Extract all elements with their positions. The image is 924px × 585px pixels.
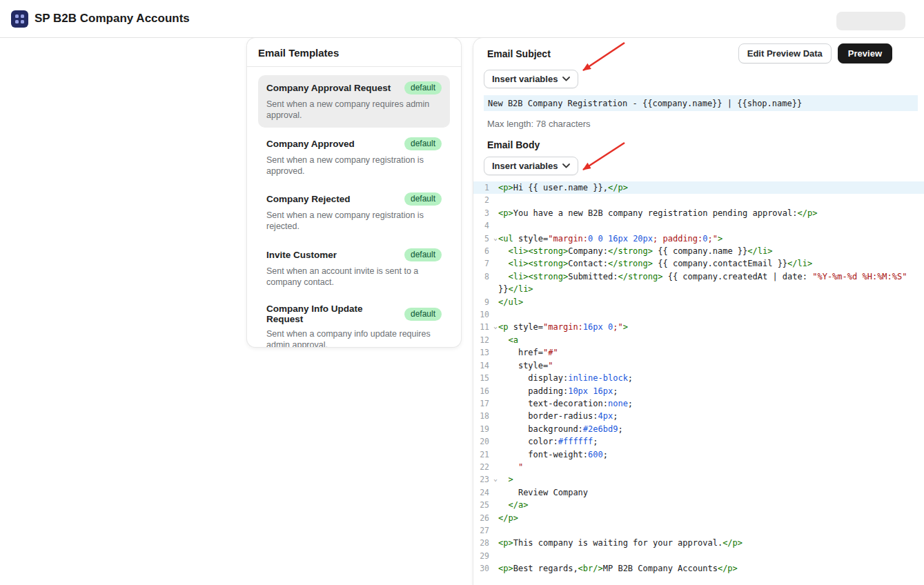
code-line[interactable]: 27 (473, 524, 924, 537)
code-line[interactable]: 13 href="#" (473, 346, 924, 359)
code-line[interactable]: 23⌄ > (473, 473, 924, 486)
app-logo-icon (11, 10, 28, 28)
fold-marker-icon[interactable]: ⌄ (493, 473, 498, 485)
code-line-text: <ul style="margin:0 0 16px 20px; padding… (498, 232, 924, 245)
line-number: 25 (473, 499, 498, 511)
app-header: SP B2B Company Accounts (0, 0, 924, 38)
code-line[interactable]: 7 <li><strong>Contact:</strong> {{ compa… (473, 257, 924, 270)
code-line[interactable]: 16 padding:10px 16px; (473, 385, 924, 397)
editor-actions: Edit Preview Data Preview (738, 43, 892, 63)
line-number: 21 (473, 448, 498, 461)
line-number: 30 (473, 562, 498, 575)
email-subject-label: Email Subject (487, 48, 551, 59)
code-line[interactable]: 20 color:#ffffff; (473, 435, 924, 448)
code-line[interactable]: 22 " (473, 461, 924, 473)
subject-value: New B2B Company Registration - {{company… (488, 99, 802, 108)
chevron-down-icon (562, 163, 570, 168)
line-number: 8 (473, 270, 498, 296)
template-name: Company Approved (266, 139, 355, 149)
template-title-row: Company Rejected default (266, 192, 442, 206)
template-name: Company Approval Request (266, 83, 391, 93)
template-title-row: Invite Customer default (266, 248, 442, 261)
line-number: 18 (473, 410, 498, 422)
fold-marker-icon[interactable]: ⌄ (493, 320, 498, 333)
code-line-text: </ul> (498, 296, 924, 308)
insert-variables-button-subject[interactable]: Insert variables (484, 70, 578, 88)
email-body-code-editor[interactable]: 1<p>Hi {{ user.name }},</p>2 3<p>You hav… (473, 181, 924, 575)
edit-preview-data-button[interactable]: Edit Preview Data (738, 43, 832, 63)
template-name: Company Rejected (266, 194, 351, 204)
code-line-text: </a> (498, 499, 924, 511)
code-line[interactable]: 11⌄<p style="margin:16px 0;"> (473, 321, 924, 333)
template-description: Sent when an account invite is sent to a… (266, 266, 440, 288)
line-number: 22 (473, 461, 498, 473)
code-line[interactable]: 10 (473, 308, 924, 321)
fold-marker-icon[interactable]: ⌄ (493, 232, 498, 244)
code-line[interactable]: 5⌄<ul style="margin:0 0 16px 20px; paddi… (473, 232, 924, 245)
code-editor-rows: 1<p>Hi {{ user.name }},</p>2 3<p>You hav… (473, 181, 924, 575)
code-line[interactable]: 2 (473, 194, 924, 206)
code-line-text: padding:10px 16px; (498, 385, 924, 397)
template-list: Company Approval Request default Sent wh… (247, 67, 461, 347)
code-line-text: </p> (498, 512, 924, 524)
template-badge: default (404, 81, 442, 95)
code-line-text: <p>Hi {{ user.name }},</p> (498, 181, 924, 194)
code-line-text: font-weight:600; (498, 448, 924, 461)
code-line[interactable]: 25 </a> (473, 499, 924, 511)
line-number: 29 (473, 550, 498, 562)
template-description: Sent when a new company requires admin a… (266, 99, 440, 121)
line-number: 11⌄ (473, 321, 498, 333)
subject-input[interactable]: New B2B Company Registration - {{company… (484, 95, 918, 111)
email-body-label: Email Body (487, 139, 924, 150)
templates-panel-title: Email Templates (258, 47, 450, 59)
template-list-item[interactable]: Company Rejected default Sent when a new… (258, 186, 450, 239)
code-line[interactable]: 18 border-radius:4px; (473, 410, 924, 422)
code-line[interactable]: 6 <li><strong>Company:</strong> {{ compa… (473, 245, 924, 257)
line-number: 27 (473, 524, 498, 537)
line-number: 16 (473, 385, 498, 397)
code-line[interactable]: 30<p>Best regards,<br/>MP B2B Company Ac… (473, 562, 924, 575)
code-line[interactable]: 8 <li><strong>Submitted:</strong> {{ com… (473, 270, 924, 296)
line-number: 28 (473, 537, 498, 549)
line-number: 19 (473, 423, 498, 435)
template-description: Sent when a new company registration is … (266, 210, 440, 232)
code-line[interactable]: 15 display:inline-block; (473, 372, 924, 384)
code-line[interactable]: 9</ul> (473, 296, 924, 308)
code-line[interactable]: 28<p>This company is waiting for your ap… (473, 537, 924, 549)
line-number: 20 (473, 435, 498, 448)
code-line[interactable]: 26</p> (473, 512, 924, 524)
template-list-item[interactable]: Company Approved default Sent when a new… (258, 131, 450, 184)
template-description: Sent when a company info update requires… (266, 328, 440, 347)
line-number: 2 (473, 194, 498, 206)
line-number: 13 (473, 346, 498, 359)
code-line-text: Review Company (498, 486, 924, 499)
line-number: 15 (473, 372, 498, 384)
templates-panel-header: Email Templates (247, 38, 461, 67)
template-description: Sent when a new company registration is … (266, 155, 440, 177)
code-line[interactable]: 29 (473, 550, 924, 562)
code-line[interactable]: 21 font-weight:600; (473, 448, 924, 461)
template-badge: default (404, 308, 442, 321)
line-number: 10 (473, 308, 498, 321)
template-list-item[interactable]: Company Info Update Request default Sent… (258, 297, 450, 347)
preview-button[interactable]: Preview (838, 43, 892, 63)
code-line-text: display:inline-block; (498, 372, 924, 384)
code-line[interactable]: 4 (473, 219, 924, 232)
code-line[interactable]: 24 Review Company (473, 486, 924, 499)
code-line-text: " (498, 461, 924, 473)
template-badge: default (404, 137, 442, 150)
code-line-text: <li><strong>Contact:</strong> {{ company… (498, 257, 924, 270)
line-number: 26 (473, 512, 498, 524)
template-list-item[interactable]: Invite Customer default Sent when an acc… (258, 242, 450, 295)
code-line-text: > (498, 473, 924, 486)
code-line[interactable]: 12 <a (473, 334, 924, 346)
code-line[interactable]: 17 text-decoration:none; (473, 397, 924, 410)
code-line[interactable]: 1<p>Hi {{ user.name }},</p> (473, 181, 924, 194)
template-badge: default (404, 248, 442, 261)
code-line[interactable]: 3<p>You have a new B2B company registrat… (473, 207, 924, 219)
chevron-down-icon (562, 77, 570, 81)
code-line[interactable]: 19 background:#2e6bd9; (473, 423, 924, 435)
template-list-item[interactable]: Company Approval Request default Sent wh… (258, 75, 450, 128)
insert-variables-button-body[interactable]: Insert variables (484, 157, 578, 175)
code-line[interactable]: 14 style=" (473, 359, 924, 372)
